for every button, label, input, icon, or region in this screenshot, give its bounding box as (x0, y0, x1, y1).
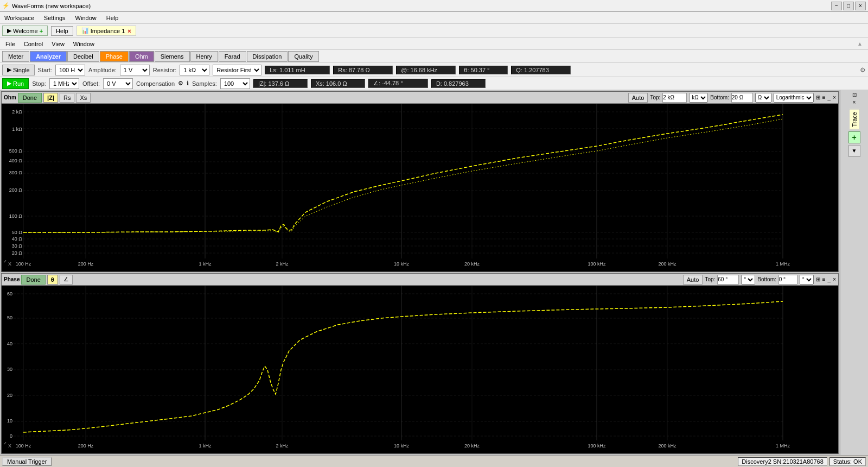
phase-bottom-unit-select[interactable]: ° (800, 275, 814, 285)
manual-trigger-button[interactable]: Manual Trigger (2, 457, 52, 466)
minimize-button[interactable]: − (831, 2, 842, 10)
main-area: Ohm Done |Z| Rs Xs Auto Top: kΩ Bottom: … (0, 90, 868, 455)
run-button[interactable]: ▶ Run (2, 78, 29, 89)
compensation-info-icon[interactable]: ℹ (187, 80, 189, 87)
menu-bar: Workspace Settings Window Help (0, 12, 868, 24)
menu-window[interactable]: Window (73, 14, 99, 22)
menu-file[interactable]: File (2, 40, 18, 48)
single-label: Single (13, 67, 30, 73)
phase-done-button[interactable]: Done (21, 275, 45, 285)
menu-view[interactable]: View (48, 40, 68, 48)
tab-siemens[interactable]: Siemens (155, 51, 190, 62)
svg-text:20: 20 (7, 393, 12, 398)
ohm-done-button[interactable]: Done (18, 93, 42, 103)
compensation-label: Compensation (136, 80, 175, 87)
phase-theta-button[interactable]: θ (47, 275, 58, 285)
tab-ohm[interactable]: Ohm (129, 51, 154, 62)
xs-label: Xs: (316, 80, 324, 87)
ohm-trace-iz (23, 115, 783, 232)
phase-chart-svg: 60 50 40 30 20 10 0 (2, 286, 838, 453)
svg-text:200 Hz: 200 Hz (78, 443, 94, 449)
stop-label: Stop: (32, 80, 46, 87)
ohm-panel-controls: Auto Top: kΩ Bottom: Ω Logarithmic Linea… (628, 93, 836, 103)
ohm-xs-button[interactable]: Xs (76, 93, 91, 103)
tab-decibel[interactable]: Decibel (67, 51, 99, 62)
phase-angle-button[interactable]: ∠ (60, 275, 73, 285)
toolbar-right: ▲ (854, 40, 866, 48)
start-select[interactable]: 100 Hz (55, 65, 85, 75)
ohm-top-input[interactable] (662, 93, 687, 103)
ohm-scale-select[interactable]: Logarithmic Linear (774, 93, 814, 103)
tab-phase[interactable]: Phase (100, 51, 129, 62)
phase-top-input[interactable] (717, 275, 739, 285)
resistor-label: Resistor: (153, 67, 176, 73)
resistor-first-select[interactable]: Resistor First (213, 65, 261, 75)
ohm-close-icon[interactable]: × (833, 94, 836, 100)
ohm-auto-button[interactable]: Auto (628, 93, 648, 103)
close-button[interactable]: × (855, 2, 866, 10)
run-icon: ▶ (7, 80, 11, 87)
ohm-min-icon[interactable]: _ (828, 94, 831, 100)
impedance-tab[interactable]: 📊 Impedance 1 × (76, 26, 136, 36)
impedance-close-icon[interactable]: × (127, 28, 131, 34)
ohm-top-unit-select[interactable]: kΩ (689, 93, 708, 103)
tab-dissipation[interactable]: Dissipation (247, 51, 288, 62)
ohm-bottom-unit-select[interactable]: Ω (755, 93, 771, 103)
offset-select[interactable]: 0 V (103, 78, 133, 89)
tab-farad[interactable]: Farad (219, 51, 246, 62)
samples-select[interactable]: 100 (220, 78, 250, 89)
menu-settings[interactable]: Settings (42, 14, 68, 22)
phase-settings-icon[interactable]: ≡ (822, 276, 826, 282)
svg-text:500 Ω: 500 Ω (9, 148, 23, 154)
trace-label[interactable]: Trace (849, 109, 860, 130)
ohm-bottom-input[interactable] (731, 93, 753, 103)
svg-text:2 kHz: 2 kHz (276, 443, 289, 449)
ohm-fit-icon[interactable]: ⊞ (816, 94, 820, 100)
menu-control[interactable]: Control (21, 40, 46, 48)
phase-bottom-input[interactable] (778, 275, 797, 285)
status-ok-label: Status: OK (829, 457, 866, 466)
menu-help[interactable]: Help (104, 14, 121, 22)
ohm-iz-button[interactable]: |Z| (43, 93, 58, 103)
resistor-select[interactable]: 1 kΩ (180, 65, 209, 75)
phase-auto-button[interactable]: Auto (683, 275, 703, 285)
svg-text:20 kHz: 20 kHz (464, 261, 480, 267)
trace-add-button[interactable]: + (848, 131, 860, 143)
theta-val: 50.37 ° (471, 67, 490, 73)
phase-chart-container: 60 50 40 30 20 10 0 (2, 286, 838, 453)
stop-select[interactable]: 1 MHz (49, 78, 79, 89)
restore-button[interactable]: □ (843, 2, 854, 10)
phase-panel: Phase Done θ ∠ Auto Top: ° Bottom: ° ⊞ ≡… (1, 273, 839, 454)
svg-text:200 Ω: 200 Ω (9, 187, 23, 193)
phase-top-unit-select[interactable]: ° (741, 275, 755, 285)
ohm-settings-icon[interactable]: ≡ (822, 94, 826, 100)
tab-meter[interactable]: Meter (2, 51, 29, 62)
phase-min-icon[interactable]: _ (828, 276, 831, 282)
tab-henry[interactable]: Henry (190, 51, 218, 62)
app-title: ⚡ WaveForms (new workspace) (2, 2, 91, 9)
angle-value: ∠: -44.78 ° (368, 79, 428, 88)
single-button[interactable]: ▶ Single (2, 65, 35, 75)
ohm-rs-button[interactable]: Rs (60, 93, 74, 103)
impedance-icon: 📊 (81, 27, 89, 34)
welcome-button[interactable]: ▶ Welcome + (2, 26, 48, 36)
settings-icon[interactable]: ⚙ (860, 66, 866, 74)
tab-analyzer[interactable]: Analyzer (30, 51, 67, 62)
menu-window2[interactable]: Window (70, 40, 98, 48)
compensation-settings-icon[interactable]: ⚙ (178, 80, 183, 87)
amplitude-select[interactable]: 1 V (120, 65, 150, 75)
toolbar1: ▶ Welcome + Help 📊 Impedance 1 × (0, 24, 868, 38)
side-close-icon[interactable]: × (853, 99, 856, 105)
phase-close-icon[interactable]: × (833, 276, 836, 282)
svg-text:50 Ω: 50 Ω (12, 230, 23, 235)
svg-text:1 kHz: 1 kHz (199, 443, 212, 449)
trace-dropdown-button[interactable]: ▼ (848, 145, 860, 157)
window-controls[interactable]: − □ × (831, 2, 866, 10)
menu-workspace[interactable]: Workspace (2, 14, 36, 22)
phase-fit-icon[interactable]: ⊞ (816, 276, 820, 282)
theta-label: θ: (464, 67, 469, 73)
help-button[interactable]: Help (51, 26, 73, 36)
side-float-icon[interactable]: ⊡ (852, 92, 857, 98)
device-label: Discovery2 SN:210321A80768 (738, 457, 827, 466)
tab-quality[interactable]: Quality (288, 51, 318, 62)
